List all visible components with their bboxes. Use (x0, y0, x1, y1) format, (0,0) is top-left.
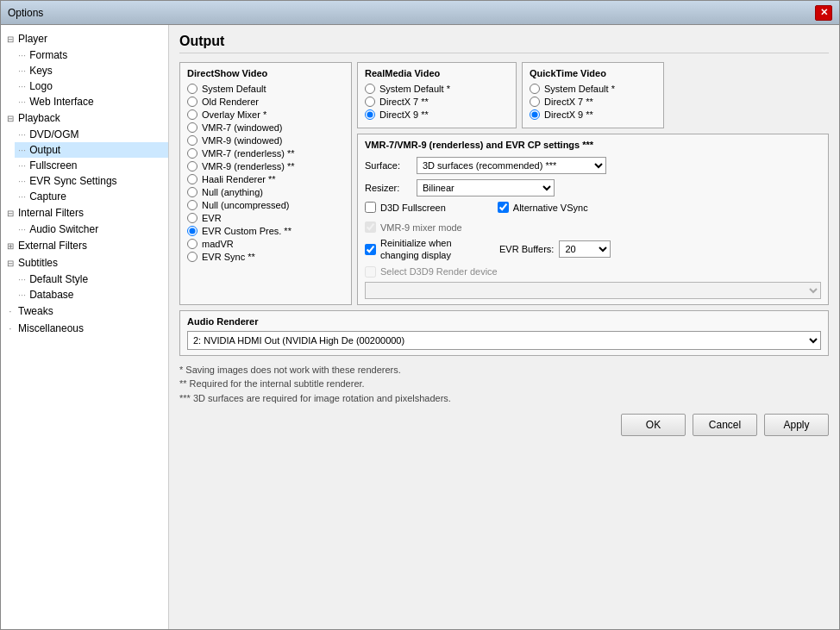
sidebar-item-formats[interactable]: ··· Formats (15, 47, 168, 63)
radio-ds-null-unc[interactable]: Null (uncompressed) (187, 200, 344, 210)
surface-select[interactable]: 3D surfaces (recommended) *** (417, 157, 606, 174)
radio-ds-vmr7w-input[interactable] (187, 122, 197, 133)
vmr9-mixer-row[interactable]: VMR-9 mixer mode (365, 221, 821, 233)
d3d-fullscreen-row[interactable]: D3D Fullscreen (365, 202, 446, 213)
radio-ds-null-unc-input[interactable] (187, 200, 197, 210)
note-1: * Saving images does not work with these… (179, 363, 829, 377)
radio-ds-evr-custom-input[interactable] (187, 226, 197, 236)
sidebar-item-capture[interactable]: ··· Capture (15, 189, 168, 204)
sidebar-item-output[interactable]: ··· Output (15, 142, 168, 158)
radio-ds-vmr7w[interactable]: VMR-7 (windowed) (187, 122, 344, 133)
radio-ds-null-any[interactable]: Null (anything) (187, 187, 344, 197)
radio-qt-dx7[interactable]: DirectX 7 ** (530, 97, 656, 107)
radio-rm-dx9[interactable]: DirectX 9 ** (365, 109, 509, 120)
radio-ds-overlay[interactable]: Overlay Mixer * (187, 109, 344, 120)
sidebar-label-player: Player (18, 33, 47, 45)
player-children: ··· Formats ··· Keys ··· Logo ··· Web In… (1, 47, 168, 109)
radio-qt-dx7-input[interactable] (530, 97, 540, 107)
d3d-fullscreen-label: D3D Fullscreen (380, 203, 446, 213)
radio-ds-haali-input[interactable] (187, 174, 197, 184)
sidebar-item-default-style[interactable]: ··· Default Style (15, 271, 168, 287)
radio-ds-madvr[interactable]: madVR (187, 239, 344, 249)
radio-ds-evr-sync[interactable]: EVR Sync ** (187, 252, 344, 262)
surface-label: Surface: (365, 160, 417, 171)
radio-rm-system-input[interactable] (365, 84, 375, 94)
radio-ds-vmr7r[interactable]: VMR-7 (renderless) ** (187, 148, 344, 159)
cancel-button[interactable]: Cancel (693, 414, 757, 436)
reinit-label: Reinitialize when changing display (380, 237, 492, 262)
radio-qt-system[interactable]: System Default * (530, 84, 656, 94)
radio-ds-vmr9r-input[interactable] (187, 161, 197, 172)
radio-ds-vmr7r-input[interactable] (187, 148, 197, 159)
note-2: ** Required for the internal subtitle re… (179, 377, 829, 391)
sidebar-item-tweaks[interactable]: · Tweaks (1, 303, 168, 320)
d3d9-device-select[interactable] (365, 282, 821, 299)
sidebar-item-subtitles[interactable]: ⊟ Subtitles (1, 254, 168, 271)
radio-rm-dx7-input[interactable] (365, 97, 375, 107)
radio-ds-madvr-input[interactable] (187, 239, 197, 249)
radio-ds-system-input[interactable] (187, 84, 197, 94)
right-column: RealMedia Video System Default * DirectX… (357, 62, 829, 305)
radio-ds-vmr9w[interactable]: VMR-9 (windowed) (187, 135, 344, 146)
ok-button[interactable]: OK (621, 414, 686, 436)
radio-ds-vmr9r[interactable]: VMR-9 (renderless) ** (187, 161, 344, 172)
radio-ds-system[interactable]: System Default (187, 84, 344, 94)
sidebar-item-logo[interactable]: ··· Logo (15, 78, 168, 94)
radio-qt-dx9-input[interactable] (530, 109, 540, 120)
radio-ds-null-any-input[interactable] (187, 187, 197, 197)
sidebar-item-internal-filters[interactable]: ⊟ Internal Filters (1, 204, 168, 221)
vmr-title: VMR-7/VMR-9 (renderless) and EVR CP sett… (365, 140, 821, 150)
directshow-section: DirectShow Video System Default Old Rend… (179, 62, 352, 305)
d3d9-device-checkbox[interactable] (365, 266, 376, 278)
internal-filters-children: ··· Audio Switcher (1, 221, 168, 237)
radio-ds-evr-sync-input[interactable] (187, 252, 197, 262)
radio-ds-haali[interactable]: Haali Renderer ** (187, 174, 344, 184)
radio-rm-dx7[interactable]: DirectX 7 ** (365, 97, 509, 107)
radio-ds-evr-custom[interactable]: EVR Custom Pres. ** (187, 226, 344, 236)
apply-button[interactable]: Apply (764, 414, 829, 436)
radio-qt-system-input[interactable] (530, 84, 540, 94)
radio-qt-dx9[interactable]: DirectX 9 ** (530, 109, 656, 120)
expand-icon-external: ⊞ (4, 240, 16, 252)
reinit-checkbox[interactable] (365, 244, 376, 255)
sidebar-item-fullscreen[interactable]: ··· Fullscreen (15, 158, 168, 173)
sidebar-item-playback[interactable]: ⊟ Playback (1, 109, 168, 127)
sidebar-item-audio-switcher[interactable]: ··· Audio Switcher (15, 221, 168, 237)
top-sections: DirectShow Video System Default Old Rend… (179, 62, 829, 305)
expand-icon: ⊟ (4, 33, 16, 45)
window-title: Options (8, 7, 43, 19)
d3d-alt-row: D3D Fullscreen Alternative VSync (365, 202, 821, 217)
sidebar-item-external-filters[interactable]: ⊞ External Filters (1, 237, 168, 254)
radio-rm-system[interactable]: System Default * (365, 84, 509, 94)
radio-ds-evr[interactable]: EVR (187, 213, 344, 223)
sidebar: ⊟ Player ··· Formats ··· Keys ··· Logo ·… (1, 25, 169, 629)
expand-icon-misc: · (4, 322, 16, 334)
evr-buffers-select[interactable]: 20 10 15 25 30 (559, 240, 611, 258)
d3d-fullscreen-checkbox[interactable] (365, 202, 376, 213)
radio-ds-vmr9w-input[interactable] (187, 135, 197, 146)
right-panel: Output DirectShow Video System Default O… (169, 25, 839, 629)
radio-ds-overlay-input[interactable] (187, 109, 197, 120)
sidebar-item-database[interactable]: ··· Database (15, 287, 168, 303)
radio-ds-old[interactable]: Old Renderer (187, 97, 344, 107)
radio-rm-dx9-input[interactable] (365, 109, 375, 120)
vmr9-mixer-checkbox[interactable] (365, 221, 376, 233)
title-bar: Options ✕ (1, 1, 839, 25)
sidebar-item-evr-sync[interactable]: ··· EVR Sync Settings (15, 173, 168, 189)
d3d9-device-row[interactable]: Select D3D9 Render device (365, 266, 821, 278)
close-button[interactable]: ✕ (815, 5, 832, 21)
alt-vsync-row[interactable]: Alternative VSync (498, 202, 588, 213)
resizer-select[interactable]: Bilinear Nearest neighbor Bicubic Lanczo… (417, 179, 555, 196)
radio-ds-evr-input[interactable] (187, 213, 197, 223)
sidebar-item-web-interface[interactable]: ··· Web Interface (15, 94, 168, 109)
audio-renderer-select[interactable]: 2: NVIDIA HDMI Out (NVIDIA High De (0020… (187, 331, 821, 350)
expand-icon-playback: ⊟ (4, 112, 16, 124)
sidebar-label-internal-filters: Internal Filters (18, 207, 84, 219)
sidebar-item-keys[interactable]: ··· Keys (15, 63, 168, 78)
sidebar-item-player[interactable]: ⊟ Player (1, 30, 168, 47)
sidebar-item-miscellaneous[interactable]: · Miscellaneous (1, 320, 168, 337)
sidebar-label-external-filters: External Filters (18, 240, 87, 252)
sidebar-item-dvd[interactable]: ··· DVD/OGM (15, 127, 168, 142)
radio-ds-old-input[interactable] (187, 97, 197, 107)
alt-vsync-checkbox[interactable] (498, 202, 509, 213)
